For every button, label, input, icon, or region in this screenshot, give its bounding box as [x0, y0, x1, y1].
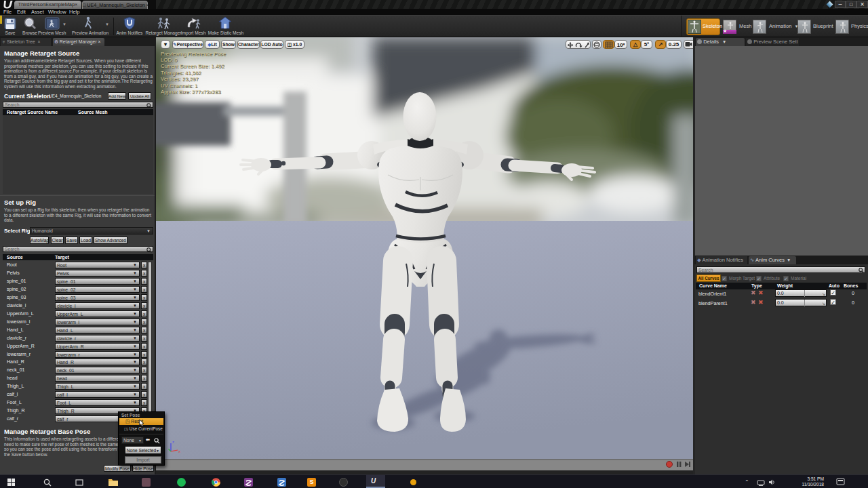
svg-text:x: x: [178, 449, 180, 453]
svg-text:z: z: [172, 440, 174, 444]
